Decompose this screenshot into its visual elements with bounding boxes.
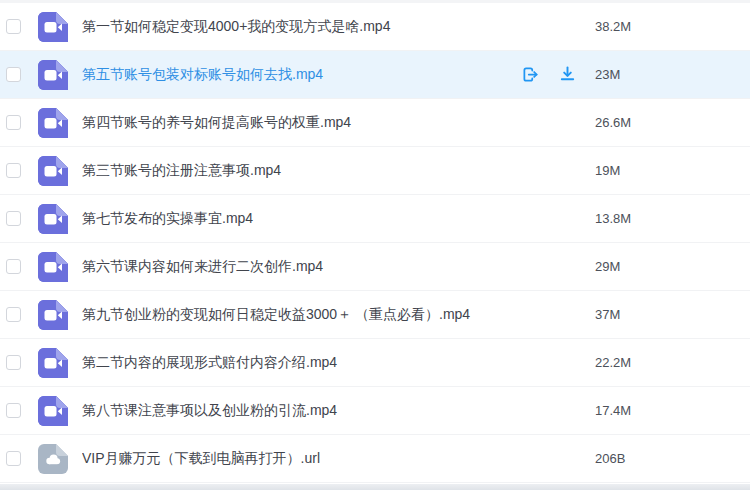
video-file-icon (38, 156, 68, 186)
file-size: 37M (595, 307, 750, 322)
share-icon[interactable] (520, 64, 541, 85)
video-file-icon (38, 204, 68, 234)
file-size: 29M (595, 259, 750, 274)
file-name[interactable]: 第五节账号包装对标账号如何去找.mp4 (82, 66, 520, 84)
row-checkbox[interactable] (6, 163, 21, 178)
file-size: 206B (595, 451, 750, 466)
download-icon[interactable] (557, 64, 578, 85)
file-name[interactable]: 第二节内容的展现形式赔付内容介绍.mp4 (82, 354, 520, 372)
url-file-icon (38, 444, 68, 474)
file-name[interactable]: 第八节课注意事项以及创业粉的引流.mp4 (82, 402, 520, 420)
row-checkbox[interactable] (6, 307, 21, 322)
file-name[interactable]: 第一节如何稳定变现4000+我的变现方式是啥.mp4 (82, 18, 520, 36)
video-file-icon (38, 348, 68, 378)
file-size: 17.4M (595, 403, 750, 418)
video-file-icon (38, 300, 68, 330)
file-size: 19M (595, 163, 750, 178)
file-name[interactable]: 第六节课内容如何来进行二次创作.mp4 (82, 258, 520, 276)
file-size: 38.2M (595, 19, 750, 34)
file-size: 13.8M (595, 211, 750, 226)
row-checkbox[interactable] (6, 403, 21, 418)
file-size: 23M (595, 67, 750, 82)
file-row[interactable]: 第六节课内容如何来进行二次创作.mp4 29M (0, 243, 750, 291)
row-checkbox[interactable] (6, 115, 21, 130)
file-row[interactable]: 第一节如何稳定变现4000+我的变现方式是啥.mp4 38.2M (0, 3, 750, 51)
video-file-icon (38, 396, 68, 426)
row-checkbox[interactable] (6, 355, 21, 370)
file-row[interactable]: 第二节内容的展现形式赔付内容介绍.mp4 22.2M (0, 339, 750, 387)
file-row[interactable]: 第三节账号的注册注意事项.mp4 19M (0, 147, 750, 195)
file-name[interactable]: 第七节发布的实操事宜.mp4 (82, 210, 520, 228)
file-size: 22.2M (595, 355, 750, 370)
file-row[interactable]: 第五节账号包装对标账号如何去找.mp4 23M (0, 51, 750, 99)
row-checkbox[interactable] (6, 211, 21, 226)
file-size: 26.6M (595, 115, 750, 130)
row-checkbox[interactable] (6, 259, 21, 274)
file-row[interactable]: 第四节账号的养号如何提高账号的权重.mp4 26.6M (0, 99, 750, 147)
video-file-icon (38, 252, 68, 282)
video-file-icon (38, 108, 68, 138)
file-name[interactable]: 第四节账号的养号如何提高账号的权重.mp4 (82, 114, 520, 132)
row-actions (520, 64, 578, 85)
file-row[interactable]: 第七节发布的实操事宜.mp4 13.8M (0, 195, 750, 243)
file-row[interactable]: 第九节创业粉的变现如何日稳定收益3000＋ （重点必看）.mp4 37M (0, 291, 750, 339)
file-name[interactable]: VIP月赚万元（下载到电脑再打开）.url (82, 450, 520, 468)
row-checkbox[interactable] (6, 451, 21, 466)
video-file-icon (38, 12, 68, 42)
bottom-edge-bar (0, 484, 750, 490)
file-name[interactable]: 第九节创业粉的变现如何日稳定收益3000＋ （重点必看）.mp4 (82, 306, 520, 324)
file-list: 第一节如何稳定变现4000+我的变现方式是啥.mp4 38.2M (0, 3, 750, 483)
file-row[interactable]: 第八节课注意事项以及创业粉的引流.mp4 17.4M (0, 387, 750, 435)
row-checkbox[interactable] (6, 67, 21, 82)
row-checkbox[interactable] (6, 19, 21, 34)
video-file-icon (38, 60, 68, 90)
file-name[interactable]: 第三节账号的注册注意事项.mp4 (82, 162, 520, 180)
file-row[interactable]: VIP月赚万元（下载到电脑再打开）.url 206B (0, 435, 750, 483)
